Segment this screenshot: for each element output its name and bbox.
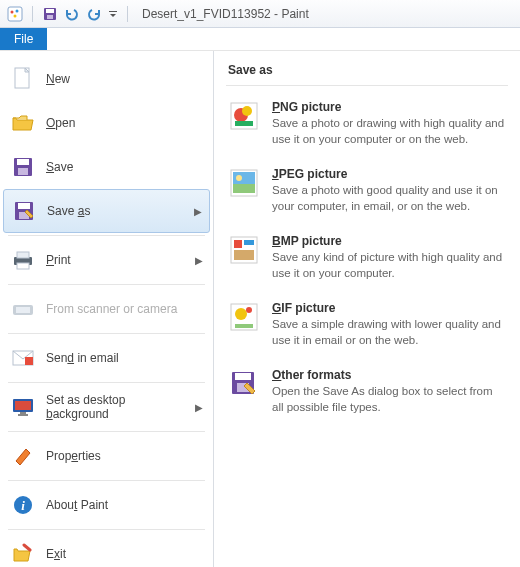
svg-rect-10 xyxy=(17,159,29,165)
svg-rect-38 xyxy=(244,240,254,245)
svg-rect-34 xyxy=(233,184,255,193)
undo-icon[interactable] xyxy=(63,5,81,23)
svg-rect-13 xyxy=(18,203,30,209)
saveas-item-other[interactable]: Other formats Open the Save As dialog bo… xyxy=(226,362,508,429)
save-as-submenu: Save as PNG picture Save a photo or draw… xyxy=(214,51,520,567)
svg-rect-31 xyxy=(235,121,253,126)
saveas-text: BMP picture Save any kind of picture wit… xyxy=(272,234,506,281)
customize-dropdown-icon[interactable] xyxy=(107,5,119,23)
saveas-title: GIF picture xyxy=(272,301,506,315)
saveas-item-bmp[interactable]: BMP picture Save any kind of picture wit… xyxy=(226,228,508,295)
exit-icon xyxy=(10,541,36,567)
menu-item-open[interactable]: Open xyxy=(0,101,213,145)
svg-rect-5 xyxy=(46,9,54,13)
svg-rect-37 xyxy=(234,240,242,248)
menu-item-save-as[interactable]: Save as ▶ xyxy=(3,189,210,233)
email-icon xyxy=(10,345,36,371)
print-icon xyxy=(10,247,36,273)
menu-item-scanner: From scanner or camera xyxy=(0,287,213,331)
saveas-item-jpeg[interactable]: JPEG picture Save a photo with good qual… xyxy=(226,161,508,228)
svg-rect-25 xyxy=(18,414,28,416)
svg-rect-7 xyxy=(109,11,117,12)
menu-label: Exit xyxy=(46,547,203,561)
separator xyxy=(8,480,205,481)
separator xyxy=(8,284,205,285)
saveas-item-png[interactable]: PNG picture Save a photo or drawing with… xyxy=(226,94,508,161)
menu-item-desktop-background[interactable]: Set as desktop background ▶ xyxy=(0,385,213,429)
menu-label: Print xyxy=(46,253,185,267)
chevron-right-icon: ▶ xyxy=(195,255,203,266)
menu-label: Properties xyxy=(46,449,203,463)
svg-point-1 xyxy=(11,10,14,13)
saveas-item-gif[interactable]: GIF picture Save a simple drawing with l… xyxy=(226,295,508,362)
file-menu-panel: New Open Save Save as ▶ Prin xyxy=(0,51,520,567)
menu-item-about[interactable]: i About Paint xyxy=(0,483,213,527)
new-icon xyxy=(10,66,36,92)
separator xyxy=(127,6,128,22)
png-icon xyxy=(228,100,260,132)
saveas-desc: Save a simple drawing with lower quality… xyxy=(272,317,506,348)
save-icon xyxy=(10,154,36,180)
menu-item-properties[interactable]: Properties xyxy=(0,434,213,478)
menu-label: Open xyxy=(46,116,203,130)
info-icon: i xyxy=(10,492,36,518)
menu-item-exit[interactable]: Exit xyxy=(0,532,213,567)
saveas-text: JPEG picture Save a photo with good qual… xyxy=(272,167,506,214)
separator xyxy=(8,235,205,236)
svg-rect-6 xyxy=(47,15,53,19)
saveas-desc: Save a photo with good quality and use i… xyxy=(272,183,506,214)
menu-label: Send in email xyxy=(46,351,203,365)
save-icon[interactable] xyxy=(41,5,59,23)
menu-item-print[interactable]: Print ▶ xyxy=(0,238,213,282)
svg-rect-21 xyxy=(25,357,33,365)
file-menu-left: New Open Save Save as ▶ Prin xyxy=(0,51,214,567)
svg-rect-23 xyxy=(15,401,31,410)
scanner-icon xyxy=(10,296,36,322)
titlebar: Desert_v1_FVID113952 - Paint xyxy=(0,0,520,28)
saveas-desc: Save a photo or drawing with high qualit… xyxy=(272,116,506,147)
saveas-title: BMP picture xyxy=(272,234,506,248)
menu-label: Save as xyxy=(47,204,184,218)
menu-item-save[interactable]: Save xyxy=(0,145,213,189)
menu-label: About Paint xyxy=(46,498,203,512)
saveas-text: GIF picture Save a simple drawing with l… xyxy=(272,301,506,348)
file-tab-label: File xyxy=(14,32,33,46)
submenu-header: Save as xyxy=(226,59,508,86)
menu-item-new[interactable]: New xyxy=(0,57,213,101)
menu-label: Set as desktop background xyxy=(46,393,185,421)
gif-icon xyxy=(228,301,260,333)
saveas-title: PNG picture xyxy=(272,100,506,114)
open-icon xyxy=(10,110,36,136)
properties-icon xyxy=(10,443,36,469)
separator xyxy=(8,382,205,383)
separator xyxy=(8,529,205,530)
separator xyxy=(8,431,205,432)
svg-rect-24 xyxy=(20,412,26,414)
separator xyxy=(8,333,205,334)
app-icon xyxy=(6,5,24,23)
svg-point-35 xyxy=(236,175,242,181)
menu-label: Save xyxy=(46,160,203,174)
svg-point-2 xyxy=(16,9,19,12)
redo-icon[interactable] xyxy=(85,5,103,23)
svg-point-41 xyxy=(235,308,247,320)
svg-rect-11 xyxy=(18,168,28,175)
saveas-title: JPEG picture xyxy=(272,167,506,181)
menu-label: From scanner or camera xyxy=(46,302,203,316)
saveas-desc: Save any kind of picture with high quali… xyxy=(272,250,506,281)
menu-item-email[interactable]: Send in email xyxy=(0,336,213,380)
saveas-text: PNG picture Save a photo or drawing with… xyxy=(272,100,506,147)
bmp-icon xyxy=(228,234,260,266)
save-as-icon xyxy=(11,198,37,224)
svg-rect-17 xyxy=(17,263,29,269)
desktop-icon xyxy=(10,394,36,420)
svg-rect-19 xyxy=(16,307,30,313)
svg-text:i: i xyxy=(21,498,25,513)
file-tab[interactable]: File xyxy=(0,28,47,50)
window-title: Desert_v1_FVID113952 - Paint xyxy=(142,7,309,21)
svg-rect-0 xyxy=(8,7,22,21)
separator xyxy=(32,6,33,22)
svg-point-30 xyxy=(242,106,252,116)
chevron-right-icon: ▶ xyxy=(194,206,202,217)
svg-rect-39 xyxy=(234,250,254,260)
